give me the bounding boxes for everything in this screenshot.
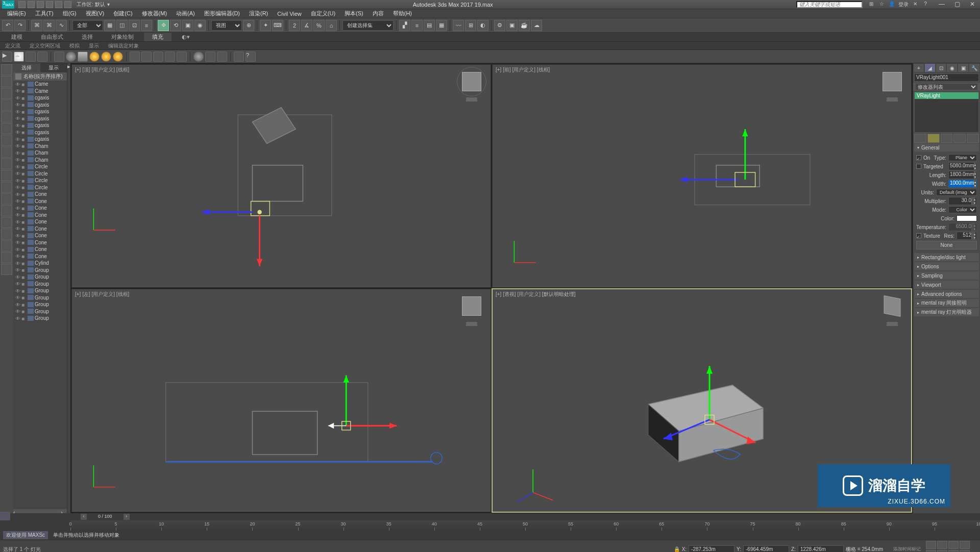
ribbon-tab[interactable]: 对象绘制: [103, 33, 142, 41]
ribbon-group[interactable]: 定义空闲区域: [28, 42, 62, 49]
geosphere-icon[interactable]: [193, 52, 204, 62]
tab-motion-icon[interactable]: ◉: [946, 63, 958, 72]
star-icon[interactable]: ☆: [878, 1, 885, 8]
cloud-icon[interactable]: ☁: [14, 52, 24, 62]
menu-item[interactable]: 工具(T): [31, 10, 58, 17]
viewport-label[interactable]: [+] [顶] [用户定义] [线框]: [75, 66, 129, 73]
scene-item[interactable]: 👁■Circle: [13, 170, 67, 178]
frame-prev-icon[interactable]: ‹: [81, 514, 87, 520]
scene-item[interactable]: 👁■cgaxis: [13, 94, 67, 102]
scene-item[interactable]: 👁■Came: [13, 81, 67, 88]
window-crossing-icon[interactable]: ⊡: [129, 20, 140, 31]
scene-item[interactable]: 👁■Cone: [13, 246, 67, 253]
select-rotate-icon[interactable]: ⟲: [170, 20, 181, 31]
sphere-icon[interactable]: [66, 52, 76, 62]
on-checkbox[interactable]: [916, 155, 921, 160]
tab-modify-icon[interactable]: ◢: [924, 63, 936, 72]
fov-icon[interactable]: [926, 550, 936, 553]
viewport-left[interactable]: [+] [左] [用户定义] [线框]: [71, 289, 491, 512]
unlink-icon[interactable]: ⌘: [43, 20, 55, 31]
tab-utilities-icon[interactable]: 🔧: [969, 63, 980, 72]
scene-item[interactable]: 👁■Circle: [13, 177, 67, 184]
scene-item[interactable]: 👁■Group: [13, 301, 67, 308]
scene-item[interactable]: 👁■cgaxis: [13, 115, 67, 122]
ribbon-toggle-icon[interactable]: ◐▾: [174, 33, 198, 41]
user-icon[interactable]: 👤: [888, 1, 895, 8]
mode-select[interactable]: Color: [948, 206, 977, 213]
exchange-icon[interactable]: ✕: [912, 1, 919, 8]
maxscript-listener[interactable]: 欢迎使用 MAXSc单击并拖动以选择并移动对象: [0, 531, 980, 540]
menu-item[interactable]: 自定义(U): [307, 10, 339, 17]
texture-checkbox[interactable]: [916, 233, 921, 238]
rollout-header[interactable]: General: [914, 143, 979, 152]
ribbon-group[interactable]: 显示: [87, 42, 101, 49]
snow-icon[interactable]: [153, 52, 163, 62]
workspace-selector[interactable]: 工作区: 默认 ▾: [77, 1, 110, 8]
width-field[interactable]: 1000.0mm: [948, 180, 977, 188]
se-tool-icon[interactable]: [1, 99, 12, 111]
zoom-extents-icon[interactable]: [960, 541, 970, 549]
systems-icon[interactable]: [205, 52, 215, 62]
scene-item[interactable]: 👁■cgaxis: [13, 122, 67, 129]
direct-light-icon[interactable]: [113, 52, 123, 62]
se-tool-icon[interactable]: [1, 229, 12, 240]
scene-item[interactable]: 👁■Group: [13, 267, 67, 274]
se-tab-select[interactable]: 选择: [13, 63, 40, 72]
qat-link-icon[interactable]: [64, 1, 71, 8]
viewport-label[interactable]: [+] [透视] [用户定义] [默认明暗处理]: [496, 291, 575, 298]
cone-icon[interactable]: [78, 52, 88, 62]
menu-item[interactable]: 动画(A): [172, 10, 199, 17]
hierarchy-icon[interactable]: [37, 52, 47, 62]
qat-new-icon[interactable]: [18, 1, 26, 8]
texture-none-button[interactable]: None: [916, 241, 977, 249]
frame-next-icon[interactable]: ›: [124, 514, 130, 520]
menu-item[interactable]: Civil View: [273, 11, 305, 17]
scene-item[interactable]: 👁■Cham: [13, 143, 67, 150]
scene-item[interactable]: 👁■Group: [13, 315, 67, 322]
remove-modifier-icon[interactable]: [953, 134, 966, 143]
scene-item[interactable]: 👁■Cone: [13, 225, 67, 233]
menu-item[interactable]: 脚本(S): [340, 10, 368, 17]
ribbon-tab[interactable]: 自由形式: [33, 33, 71, 41]
menu-item[interactable]: 帮助(H): [389, 10, 416, 17]
modifier-list-dropdown[interactable]: 修改器列表: [913, 83, 980, 91]
viewport-label[interactable]: [+] [左] [用户定义] [线框]: [75, 291, 129, 298]
spray-icon[interactable]: [141, 52, 152, 62]
viewport-label[interactable]: [+] [前] [用户定义] [线框]: [496, 66, 550, 73]
snap-angle-icon[interactable]: ∡: [301, 20, 312, 31]
scene-item[interactable]: 👁■cgaxis: [13, 129, 67, 136]
ribbon-group[interactable]: 定义流: [3, 42, 22, 49]
schematic-view-icon[interactable]: ⊞: [465, 20, 476, 31]
undo-icon[interactable]: ↶: [2, 20, 13, 31]
app-icon[interactable]: 3MAX: [2, 1, 14, 9]
modifier-stack[interactable]: VRayLight: [914, 92, 979, 133]
render-icon[interactable]: ☕: [519, 20, 530, 31]
selection-filter[interactable]: 全部: [72, 20, 103, 31]
select-object-icon[interactable]: ▦: [104, 20, 115, 31]
help-icon[interactable]: ?: [922, 1, 929, 8]
scene-item[interactable]: 👁■Cone: [13, 191, 67, 198]
se-tool-icon[interactable]: [1, 88, 12, 99]
scene-item[interactable]: 👁■Cone: [13, 239, 67, 246]
se-tool-icon[interactable]: [1, 252, 12, 263]
ref-coord-system[interactable]: 视图: [211, 20, 242, 31]
close-button[interactable]: ✕: [965, 1, 980, 9]
help-search-input[interactable]: [796, 1, 863, 8]
show-end-result-icon[interactable]: [927, 134, 940, 143]
se-tool-icon[interactable]: [1, 264, 12, 275]
lock-icon[interactable]: 🔒: [674, 546, 680, 552]
scene-item[interactable]: 👁■Cone: [13, 232, 67, 239]
viewport-front[interactable]: [+] [前] [用户定义] [线框]: [492, 64, 912, 288]
minimize-button[interactable]: —: [934, 1, 949, 9]
qat-save-icon[interactable]: [37, 1, 44, 8]
walkthrough-icon[interactable]: [960, 550, 970, 553]
se-tool-icon[interactable]: [1, 182, 12, 193]
curve-editor-icon[interactable]: 〰: [453, 20, 464, 31]
wind-icon[interactable]: [177, 52, 187, 62]
ribbon-tab[interactable]: 选择: [74, 33, 101, 41]
se-tool-icon[interactable]: [1, 193, 12, 205]
scene-item[interactable]: 👁■cgaxis: [13, 108, 67, 115]
render-setup-icon[interactable]: ⚙: [494, 20, 505, 31]
deflector-icon[interactable]: [165, 52, 175, 62]
type-select[interactable]: Plane: [948, 154, 977, 161]
